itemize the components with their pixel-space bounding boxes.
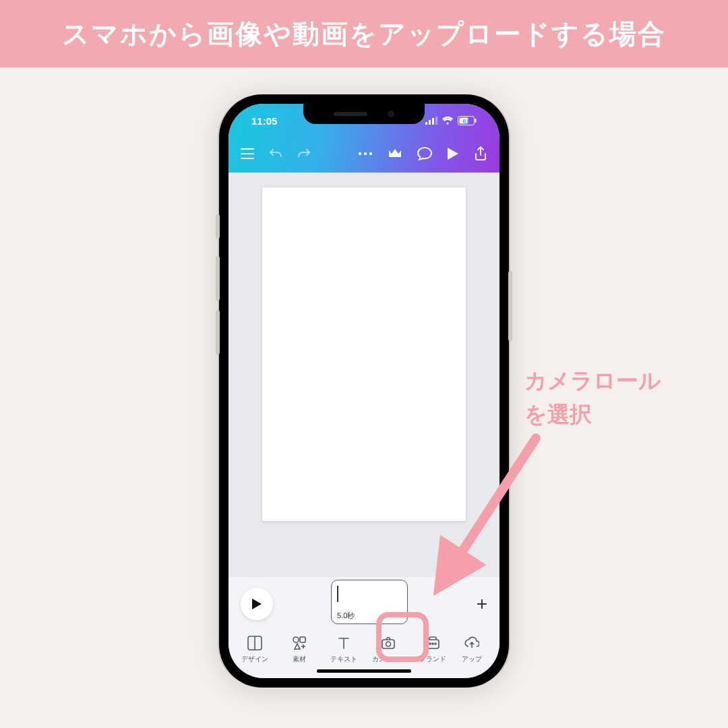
- tab-upload-label: アップ: [462, 655, 482, 664]
- annotation-line1: カメラロール: [524, 368, 661, 393]
- volume-up-button: [216, 256, 220, 301]
- text-cursor-icon: [337, 586, 338, 602]
- preview-play-button[interactable]: [241, 588, 273, 620]
- tab-upload[interactable]: アップ: [455, 636, 489, 664]
- volume-down-button: [216, 310, 220, 355]
- app-toolbar: [229, 135, 499, 173]
- tab-brand[interactable]: ブランド: [411, 636, 455, 664]
- tab-elements-label: 素材: [293, 655, 306, 664]
- svg-rect-25: [382, 640, 394, 648]
- banner-heading: スマホから画像や動画をアップロードする場合: [0, 0, 728, 67]
- comment-icon[interactable]: [417, 147, 432, 160]
- svg-point-30: [435, 643, 436, 644]
- battery-icon: 61: [458, 116, 477, 125]
- annotation-line2: を選択: [524, 402, 592, 427]
- svg-point-26: [386, 642, 391, 646]
- svg-text:61: 61: [462, 118, 469, 125]
- page-duration-label: 5.0秒: [337, 611, 355, 621]
- svg-rect-1: [429, 120, 431, 125]
- phone-screen: 11:05 61: [229, 104, 499, 678]
- svg-marker-20: [295, 644, 300, 649]
- svg-point-18: [293, 637, 299, 642]
- svg-rect-7: [475, 119, 477, 123]
- phone-notch: [303, 104, 425, 124]
- redo-icon[interactable]: [297, 148, 311, 159]
- svg-point-11: [359, 152, 361, 155]
- crown-icon[interactable]: [388, 148, 402, 160]
- tab-design[interactable]: デザイン: [233, 636, 277, 664]
- share-icon[interactable]: [474, 146, 487, 161]
- svg-rect-2: [432, 118, 434, 125]
- svg-rect-0: [425, 122, 427, 125]
- speaker-grille: [334, 112, 367, 116]
- wifi-icon: [442, 116, 454, 125]
- timeline-track[interactable]: 5.0秒: [273, 577, 468, 631]
- svg-rect-3: [435, 117, 437, 125]
- add-page-button[interactable]: +: [468, 590, 495, 617]
- page-thumbnail[interactable]: 5.0秒: [331, 580, 408, 624]
- design-canvas-area[interactable]: [229, 173, 499, 577]
- design-canvas[interactable]: [262, 187, 466, 521]
- svg-marker-15: [252, 599, 262, 609]
- tab-camera-roll[interactable]: カメラロ...: [366, 636, 411, 664]
- menu-icon[interactable]: [241, 148, 254, 159]
- phone-mockup: 11:05 61: [219, 94, 509, 688]
- svg-point-28: [429, 643, 431, 644]
- home-indicator[interactable]: [317, 669, 411, 673]
- more-icon[interactable]: [358, 152, 373, 156]
- front-camera: [388, 111, 394, 117]
- tab-brand-label: ブランド: [419, 655, 446, 664]
- tab-design-label: デザイン: [241, 655, 268, 664]
- svg-point-29: [432, 643, 433, 644]
- svg-point-13: [369, 152, 372, 155]
- tab-elements[interactable]: 素材: [277, 636, 322, 664]
- svg-point-12: [364, 152, 367, 155]
- svg-marker-14: [448, 148, 458, 160]
- status-time: 11:05: [251, 115, 277, 127]
- silence-switch: [216, 214, 220, 239]
- timeline-bar: 5.0秒 +: [229, 577, 499, 631]
- tab-text[interactable]: テキスト: [322, 636, 366, 664]
- play-icon[interactable]: [447, 147, 459, 160]
- tab-text-label: テキスト: [330, 655, 357, 664]
- tab-camera-roll-label: カメラロ...: [372, 655, 404, 664]
- svg-rect-19: [300, 637, 305, 642]
- annotation-callout: カメラロール を選択: [524, 364, 661, 431]
- cellular-icon: [425, 117, 437, 125]
- undo-icon[interactable]: [269, 148, 282, 159]
- power-button: [508, 271, 512, 341]
